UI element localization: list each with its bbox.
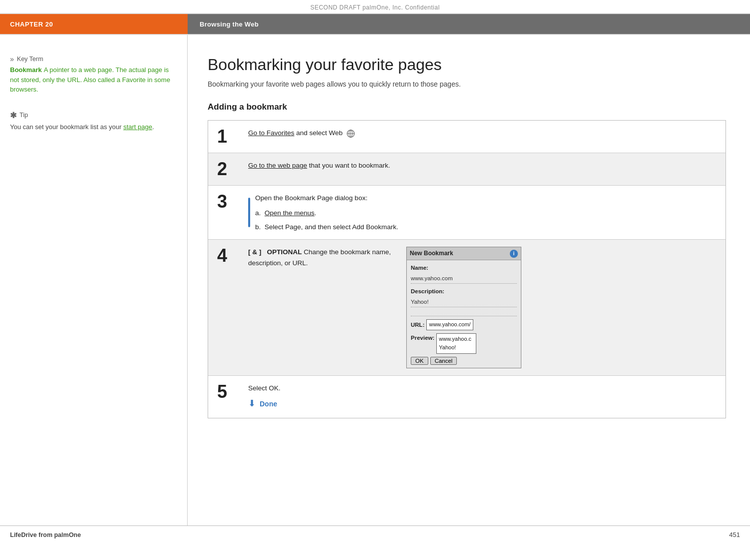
step4-tag: [ & ] [248, 248, 261, 256]
step-content-2: Go to the web page that you want to book… [244, 153, 725, 178]
step2-text-rest: that you want to bookmark. [307, 162, 390, 169]
header-bar: CHAPTER 20 Browsing the Web [0, 13, 750, 35]
step-row-2: 2 Go to the web page that you want to bo… [208, 153, 725, 186]
dialog-preview-line1: www.yahoo.c [439, 335, 474, 344]
tip-block: ✱ Tip You can set your bookmark list as … [10, 111, 175, 132]
dialog-desc-label: Description: [411, 287, 517, 296]
tip-label-row: ✱ Tip [10, 111, 175, 120]
footer-page-number: 451 [729, 531, 740, 538]
dialog-body: Name: www.yahoo.com Description: Yahoo! … [407, 260, 521, 367]
step3-open-menus-link[interactable]: Open the menus [265, 209, 315, 217]
key-term-label-row: » Key Term [10, 55, 175, 63]
step-row-3: 3 Open the Bookmark Page dialog box: a. … [208, 186, 725, 240]
step3-sub-a-rest: . [315, 209, 317, 217]
done-label: Done [260, 398, 277, 409]
step-number-1: 1 [208, 121, 244, 153]
step4-text-block: [ & ] OPTIONAL Change the bookmark name,… [248, 247, 398, 268]
step5-done-section: ⬇ Done [248, 396, 715, 411]
done-arrow-icon: ⬇ [248, 396, 256, 411]
sidebar: » Key Term Bookmark A pointer to a web p… [0, 35, 188, 525]
step-number-5: 5 [208, 376, 244, 408]
dialog-ok-button[interactable]: OK [411, 357, 428, 365]
step3-sub-a: a. Open the menus. [255, 208, 398, 219]
page-subtitle: Bookmarking your favorite web pages allo… [208, 80, 726, 88]
step1-favorites-link[interactable]: Go to Favorites [248, 129, 294, 137]
chevron-icon: » [10, 55, 14, 63]
step-content-1: Go to Favorites and select Web [244, 121, 725, 146]
dialog-preview-label: Preview: [411, 333, 434, 342]
step-row-5: 5 Select OK. ⬇ Done [208, 376, 725, 418]
dialog-url-label: URL: [411, 320, 424, 329]
step4-optional: OPTIONAL [267, 248, 302, 256]
step-number-4: 4 [208, 240, 244, 272]
dialog-title: New Bookmark [410, 249, 453, 258]
step-content-3: Open the Bookmark Page dialog box: a. Op… [244, 186, 725, 239]
chapter-label: CHAPTER 20 [0, 14, 188, 34]
step4-layout: [ & ] OPTIONAL Change the bookmark name,… [248, 247, 715, 368]
footer: LifeDrive from palmOne 451 [0, 525, 750, 543]
step3-divider [248, 198, 250, 227]
step-number-3: 3 [208, 186, 244, 218]
section-label: Browsing the Web [188, 14, 750, 34]
tip-text: You can set your bookmark list as your s… [10, 122, 175, 132]
tip-period: . [152, 123, 154, 131]
key-term-label: Key Term [17, 56, 44, 63]
web-icon [346, 129, 355, 138]
step-content-4: [ & ] OPTIONAL Change the bookmark name,… [244, 240, 725, 375]
page-title: Bookmarking your favorite pages [208, 55, 726, 74]
dialog-url-row: URL: www.yahoo.com/ [411, 319, 517, 330]
step2-web-page-link[interactable]: Go to the web page [248, 162, 307, 169]
step-content-5: Select OK. ⬇ Done [244, 376, 725, 418]
dialog-preview-row: Preview: www.yahoo.c Yahoo! [411, 333, 517, 354]
key-term-block: » Key Term Bookmark A pointer to a web p… [10, 55, 175, 95]
dialog-name-label: Name: [411, 263, 517, 272]
section-heading: Adding a bookmark [208, 102, 726, 112]
step1-text-rest: and select Web [294, 129, 344, 137]
dialog-desc-extra [411, 310, 517, 316]
bookmark-dialog: New Bookmark i Name: www.yahoo.com Descr… [406, 247, 521, 368]
step5-text: Select OK. [248, 383, 715, 394]
dialog-desc-value[interactable]: Yahoo! [411, 297, 517, 307]
key-term-definition-text: Bookmark A pointer to a web page. The ac… [10, 65, 175, 95]
step3-sub-b-text: Select Page, and then select Add Bookmar… [265, 223, 398, 231]
dialog-info-icon[interactable]: i [510, 250, 518, 258]
dialog-header: New Bookmark i [407, 247, 521, 260]
step-row-1: 1 Go to Favorites and select Web [208, 121, 725, 153]
dialog-preview-line2: Yahoo! [439, 343, 474, 352]
tip-label: Tip [20, 112, 28, 119]
dialog-preview-box: www.yahoo.c Yahoo! [436, 333, 476, 354]
footer-brand: LifeDrive from palmOne [10, 531, 81, 538]
step-row-4: 4 [ & ] OPTIONAL Change the bookmark nam… [208, 240, 725, 376]
start-page-link[interactable]: start page [123, 123, 152, 131]
dialog-name-value[interactable]: www.yahoo.com [411, 274, 517, 284]
step-number-2: 2 [208, 153, 244, 185]
watermark: SECOND DRAFT palmOne, Inc. Confidential [0, 0, 750, 13]
step3-sub-b: b. Select Page, and then select Add Book… [255, 222, 398, 233]
step3-intro: Open the Bookmark Page dialog box: [255, 193, 398, 204]
asterisk-icon: ✱ [10, 111, 17, 120]
steps-container: 1 Go to Favorites and select Web 2 Go [208, 120, 726, 418]
key-term-word: Bookmark [10, 66, 42, 74]
tip-text-before: You can set your bookmark list as your [10, 123, 123, 131]
content-area: Bookmarking your favorite pages Bookmark… [188, 35, 750, 525]
dialog-cancel-button[interactable]: Cancel [430, 357, 457, 365]
dialog-buttons: OK Cancel [411, 357, 517, 365]
step3-inner: Open the Bookmark Page dialog box: a. Op… [255, 193, 398, 232]
dialog-url-value[interactable]: www.yahoo.com/ [426, 319, 473, 330]
main-layout: » Key Term Bookmark A pointer to a web p… [0, 35, 750, 525]
